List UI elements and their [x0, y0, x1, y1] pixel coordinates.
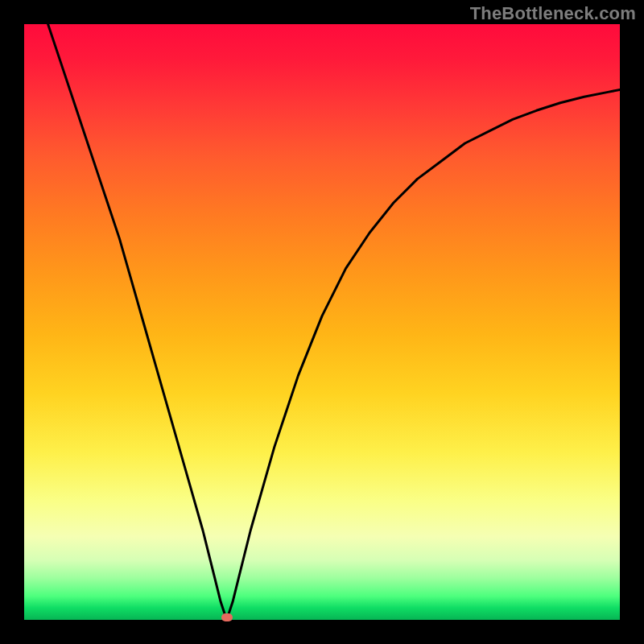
watermark-text: TheBottleneck.com	[470, 3, 636, 24]
plot-area	[24, 24, 620, 620]
chart-frame: TheBottleneck.com	[0, 0, 644, 644]
min-marker-icon	[221, 613, 233, 621]
bottleneck-curve	[48, 24, 620, 620]
curve-svg	[24, 24, 620, 620]
